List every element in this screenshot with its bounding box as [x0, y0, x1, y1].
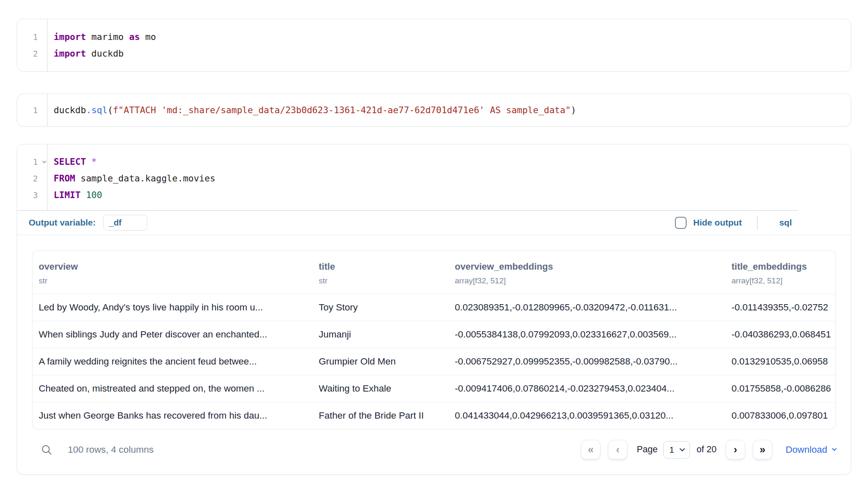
table-body: Led by Woody, Andy's toys live happily i…: [32, 294, 836, 429]
code-line[interactable]: 3LIMIT 100: [17, 187, 851, 203]
page-select[interactable]: 1: [663, 441, 690, 459]
code-line[interactable]: 2import duckdb: [17, 45, 851, 62]
code-text: FROM sample_data.kaggle.movies: [47, 170, 215, 187]
code-cell-attach: 1duckdb.sql(f"ATTACH 'md:_share/sample_d…: [17, 94, 851, 126]
row-count-summary: 100 rows, 4 columns: [68, 444, 154, 455]
table-cell: A family wedding reignites the ancient f…: [32, 356, 312, 367]
table-cell: -0.0055384138,0.07992093,0.023316627,0.0…: [449, 329, 725, 340]
fold-chevron-icon[interactable]: [42, 159, 47, 164]
divider: [757, 216, 758, 230]
column-header[interactable]: titlestr: [312, 261, 449, 285]
download-button[interactable]: Download: [786, 444, 836, 455]
code-text: duckdb.sql(f"ATTACH 'md:_share/sample_da…: [47, 102, 576, 119]
code-line[interactable]: 1duckdb.sql(f"ATTACH 'md:_share/sample_d…: [17, 102, 851, 119]
table-row[interactable]: A family wedding reignites the ancient f…: [32, 348, 836, 375]
column-header[interactable]: title_embeddingsarray[f32, 512]: [725, 261, 836, 285]
code-line[interactable]: 1SELECT *: [17, 154, 851, 170]
code-line[interactable]: 1import marimo as mo: [17, 29, 851, 45]
prev-page-button[interactable]: ‹: [608, 440, 627, 459]
chevron-down-icon: [680, 446, 685, 451]
table-row[interactable]: Cheated on, mistreated and stepped on, t…: [32, 375, 836, 402]
code-editor-attach[interactable]: 1duckdb.sql(f"ATTACH 'md:_share/sample_d…: [17, 94, 851, 126]
table-cell: Led by Woody, Andy's toys live happily i…: [32, 302, 312, 313]
sql-cell-toolbar: Output variable: _df Hide output sql: [17, 210, 851, 235]
table-cell: 0.01755858,-0.0086286: [725, 383, 836, 394]
table-cell: 0.041433044,0.042966213,0.0039591365,0.0…: [449, 410, 725, 421]
line-number: 3: [17, 187, 47, 203]
table-cell: 0.0132910535,0.06958: [725, 356, 836, 367]
column-type: array[f32, 512]: [732, 276, 829, 285]
table-cell: 0.007833006,0.097801: [725, 410, 836, 421]
table-cell: -0.011439355,-0.02752: [725, 302, 836, 313]
code-line[interactable]: 2FROM sample_data.kaggle.movies: [17, 170, 851, 187]
cell-output: overviewstrtitlestroverview_embeddingsar…: [17, 235, 851, 474]
table-cell: Jumanji: [312, 329, 449, 340]
table-cell: Father of the Bride Part II: [312, 410, 449, 421]
table-cell: 0.023089351,-0.012809965,-0.03209472,-0.…: [449, 302, 725, 313]
table-cell: -0.040386293,0.068451: [725, 329, 836, 340]
line-number: 1: [17, 154, 47, 170]
code-cell-imports: 1import marimo as mo2import duckdb: [17, 19, 851, 72]
line-number: 1: [17, 29, 47, 45]
download-label: Download: [786, 444, 827, 455]
table-cell: -0.006752927,0.099952355,-0.009982588,-0…: [449, 356, 725, 367]
table-row[interactable]: Led by Woody, Andy's toys live happily i…: [32, 294, 836, 321]
code-text: import marimo as mo: [47, 29, 156, 45]
column-name: overview: [39, 261, 306, 272]
column-name: overview_embeddings: [455, 261, 719, 272]
first-page-button[interactable]: «: [581, 440, 600, 459]
table-cell: Toy Story: [312, 302, 449, 313]
search-icon[interactable]: [40, 444, 53, 456]
table-row[interactable]: When siblings Judy and Peter discover an…: [32, 321, 836, 348]
column-type: str: [39, 276, 306, 285]
output-variable-label: Output variable:: [29, 218, 96, 228]
column-type: array[f32, 512]: [455, 276, 719, 285]
page-label: Page: [637, 444, 657, 455]
next-page-button[interactable]: ›: [726, 440, 745, 459]
column-name: title: [319, 261, 442, 272]
pagination: « ‹ Page 1 of 20 › » Download: [581, 440, 836, 459]
code-cell-sql-query: 1SELECT *2FROM sample_data.kaggle.movies…: [17, 144, 851, 475]
table-row[interactable]: Just when George Banks has recovered fro…: [32, 402, 836, 429]
chevron-down-icon: [832, 446, 836, 451]
last-page-button[interactable]: »: [753, 440, 772, 459]
page-number: 1: [669, 445, 674, 455]
line-number: 2: [17, 170, 47, 187]
column-header[interactable]: overviewstr: [32, 261, 312, 285]
language-label: sql: [779, 218, 792, 228]
code-editor-sql[interactable]: 1SELECT *2FROM sample_data.kaggle.movies…: [17, 144, 851, 210]
hide-output-checkbox[interactable]: [675, 217, 687, 229]
line-number: 2: [17, 45, 47, 62]
table-cell: Cheated on, mistreated and stepped on, t…: [32, 383, 312, 394]
table-cell: When siblings Judy and Peter discover an…: [32, 329, 312, 340]
table-header-row: overviewstrtitlestroverview_embeddingsar…: [32, 251, 836, 294]
output-variable-input[interactable]: _df: [103, 215, 147, 231]
table-cell: Grumpier Old Men: [312, 356, 449, 367]
hide-output-label[interactable]: Hide output: [693, 218, 742, 228]
dataframe-table: overviewstrtitlestroverview_embeddingsar…: [32, 250, 836, 429]
line-number: 1: [17, 102, 47, 119]
code-text: import duckdb: [47, 45, 124, 62]
table-cell: -0.009417406,0.07860214,-0.023279453,0.0…: [449, 383, 725, 394]
notebook: 1import marimo as mo2import duckdb 1duck…: [0, 0, 868, 487]
code-text: SELECT *: [47, 154, 97, 170]
code-text: LIMIT 100: [47, 187, 102, 203]
page-total-label: of 20: [697, 444, 717, 455]
column-name: title_embeddings: [732, 261, 829, 272]
column-type: str: [319, 276, 442, 285]
code-editor-imports[interactable]: 1import marimo as mo2import duckdb: [17, 19, 851, 71]
table-footer: 100 rows, 4 columns « ‹ Page 1 of 20 › »…: [32, 429, 836, 474]
toolbar-right-group: Hide output sql: [675, 216, 839, 230]
column-header[interactable]: overview_embeddingsarray[f32, 512]: [449, 261, 725, 285]
table-cell: Just when George Banks has recovered fro…: [32, 410, 312, 421]
table-cell: Waiting to Exhale: [312, 383, 449, 394]
